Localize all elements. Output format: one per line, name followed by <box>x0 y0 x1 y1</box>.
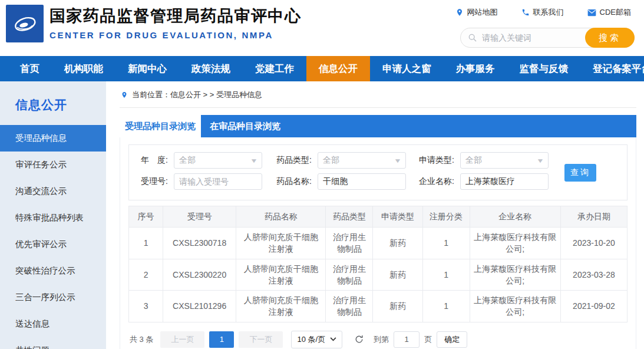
nav-item-info-disclosure[interactable]: 信息公开 <box>306 56 370 81</box>
nav-item-applicant[interactable]: 申请人之窗 <box>370 56 444 81</box>
sidebar-title: 信息公开 <box>0 81 106 125</box>
mail-link[interactable]: CDE邮箱 <box>587 7 631 18</box>
sidebar-item-priority-review[interactable]: 优先审评公示 <box>0 231 106 258</box>
breadcrumb-text: 当前位置：信息公开 > > 受理品种信息 <box>132 90 262 100</box>
col-seq: 序号 <box>129 206 163 228</box>
chevron-down-icon: ▼ <box>250 157 258 164</box>
content-area: 当前位置：信息公开 > > 受理品种信息 受理品种目录浏览 在审品种目录浏览 年… <box>106 81 644 349</box>
apply-type-select-value: 全部 <box>465 155 482 166</box>
prev-page-button[interactable]: 上一页 <box>160 331 204 348</box>
company-label: 企业名称: <box>413 176 460 187</box>
drug-type-select[interactable]: 全部 ▼ <box>318 152 406 169</box>
cell-company: 上海莱馥医疗科技有限公司; <box>470 228 560 259</box>
cell-date: 2023-10-20 <box>560 228 627 259</box>
nav-item-home[interactable]: 首页 <box>8 56 52 81</box>
search-icon <box>468 33 477 42</box>
contact-link[interactable]: 联系我们 <box>521 7 564 18</box>
chevron-down-icon: ▼ <box>394 157 402 164</box>
sidebar-item-breakthrough-therapy[interactable]: 突破性治疗公示 <box>0 258 106 284</box>
cell-reg-class: 1 <box>422 291 470 322</box>
swan-logo-icon <box>9 8 40 39</box>
acceptance-no-field-wrap <box>174 173 262 190</box>
col-date: 承办日期 <box>560 206 627 228</box>
nav-item-services[interactable]: 办事服务 <box>444 56 507 81</box>
site-header: 国家药品监督管理局药品审评中心 CENTER FOR DRUG EVALUATI… <box>0 0 644 56</box>
nav-item-functions[interactable]: 机构职能 <box>52 56 115 81</box>
main-area: 信息公开 受理品种信息 审评任务公示 沟通交流公示 特殊审批品种列表 优先审评公… <box>0 81 644 349</box>
company-input[interactable] <box>465 177 543 186</box>
sidebar-item-common-issues[interactable]: 共性问题 <box>0 337 106 349</box>
sitemap-label: 网站地图 <box>467 7 498 18</box>
site-subtitle: CENTER FOR DRUG EVALUATION, NMPA <box>49 30 302 40</box>
col-drug-name: 药品名称 <box>236 206 326 228</box>
search-button[interactable]: 搜索 <box>585 28 635 48</box>
acceptance-no-input[interactable] <box>179 177 257 186</box>
drug-type-select-value: 全部 <box>323 155 339 166</box>
title-block: 国家药品监督管理局药品审评中心 CENTER FOR DRUG EVALUATI… <box>49 5 302 40</box>
chevron-down-icon <box>330 337 336 341</box>
cell-seq: 3 <box>129 291 163 322</box>
location-pin-icon <box>455 8 464 17</box>
cell-drug-type: 治疗用生物制品 <box>326 291 373 322</box>
sidebar-item-accepted-varieties[interactable]: 受理品种信息 <box>0 125 106 152</box>
cell-drug-name: 人脐带间充质干细胞注射液 <box>236 291 326 322</box>
drug-name-field-wrap <box>318 173 406 190</box>
next-page-button[interactable]: 下一页 <box>239 331 283 348</box>
cell-date: 2023-03-28 <box>560 259 627 291</box>
nav-item-registration-platform[interactable]: 登记备案平台 <box>580 56 644 81</box>
confirm-button[interactable]: 确定 <box>437 331 467 348</box>
goto-label: 到第 <box>374 334 389 345</box>
col-acceptance-no: 受理号 <box>163 206 236 228</box>
page-size-value: 10 条/页 <box>297 334 325 345</box>
mail-label: CDE邮箱 <box>600 7 631 18</box>
nav-item-party[interactable]: 党建工作 <box>243 56 306 81</box>
contact-label: 联系我们 <box>533 7 564 18</box>
sidebar-item-three-in-one[interactable]: 三合一序列公示 <box>0 284 106 311</box>
sidebar-item-delivery-info[interactable]: 送达信息 <box>0 311 106 337</box>
refresh-icon[interactable] <box>354 334 364 344</box>
year-select-value: 全部 <box>179 155 196 166</box>
filter-box: 年 度: 全部 ▼ 药品类型: 全部 ▼ 申请类型: 全部 ▼ <box>128 144 628 200</box>
chevron-down-icon: ▼ <box>536 157 544 164</box>
tab-bar: 受理品种目录浏览 在审品种目录浏览 <box>120 115 636 137</box>
drug-name-label: 药品名称: <box>270 176 318 187</box>
year-label: 年 度: <box>135 155 174 166</box>
cell-reg-class: 1 <box>422 228 470 259</box>
content-panel: 年 度: 全部 ▼ 药品类型: 全部 ▼ 申请类型: 全部 ▼ <box>120 137 636 349</box>
search-input[interactable] <box>482 33 576 42</box>
table-row: 1 CXSL2300718 人脐带间充质干细胞注射液 治疗用生物制品 新药 1 … <box>129 228 628 259</box>
envelope-icon <box>587 9 596 17</box>
cell-apply-type: 新药 <box>373 228 422 259</box>
tab-accepted-catalog[interactable]: 受理品种目录浏览 <box>120 115 201 137</box>
year-select[interactable]: 全部 ▼ <box>174 152 262 169</box>
cell-date: 2021-09-02 <box>560 291 627 322</box>
table-row: 2 CXSL2300220 人脐带间充质干细胞注射液 治疗用生物制品 新药 1 … <box>129 259 628 291</box>
goto-page-input[interactable] <box>394 331 420 348</box>
query-button[interactable]: 查询 <box>564 164 596 182</box>
cell-drug-type: 治疗用生物制品 <box>326 228 373 259</box>
sidebar-item-special-approval[interactable]: 特殊审批品种列表 <box>0 205 106 231</box>
breadcrumb: 当前位置：信息公开 > > 受理品种信息 <box>120 87 636 108</box>
nav-item-policy[interactable]: 政策法规 <box>179 56 243 81</box>
cell-acceptance-no: CXSL2101296 <box>163 291 236 322</box>
page-size-select[interactable]: 10 条/页 <box>291 331 342 348</box>
location-pin-icon <box>121 91 128 98</box>
nav-item-news[interactable]: 新闻中心 <box>115 56 179 81</box>
results-table: 序号 受理号 药品名称 药品类型 申请类型 注册分类 企业名称 承办日期 1 C… <box>128 206 628 322</box>
main-nav: 首页 机构职能 新闻中心 政策法规 党建工作 信息公开 申请人之窗 办事服务 监… <box>0 56 644 81</box>
tab-under-review-catalog[interactable]: 在审品种目录浏览 <box>201 115 289 137</box>
sidebar-item-communication[interactable]: 沟通交流公示 <box>0 178 106 205</box>
apply-type-select[interactable]: 全部 ▼ <box>460 152 549 169</box>
drug-name-input[interactable] <box>323 177 401 186</box>
cell-company: 上海莱馥医疗科技有限公司; <box>470 259 560 291</box>
page-1-button[interactable]: 1 <box>209 331 234 348</box>
col-reg-class: 注册分类 <box>422 206 470 228</box>
total-count: 共 3 条 <box>130 334 153 345</box>
nav-item-supervision[interactable]: 监督与反馈 <box>507 56 581 81</box>
sidebar-item-review-tasks[interactable]: 审评任务公示 <box>0 152 106 178</box>
phone-icon <box>521 8 530 17</box>
cell-acceptance-no: CXSL2300220 <box>163 259 236 291</box>
goto-suffix: 页 <box>424 334 432 345</box>
sitemap-link[interactable]: 网站地图 <box>455 7 498 18</box>
cell-apply-type: 新药 <box>373 291 422 322</box>
